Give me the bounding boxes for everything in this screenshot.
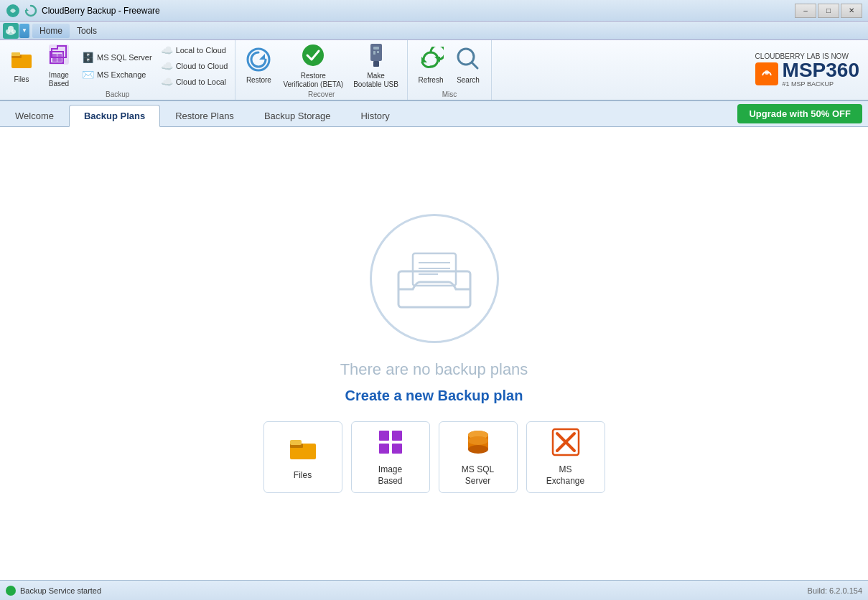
recover-group-label: Recover — [241, 90, 401, 98]
cloudberry-logo-icon — [3, 23, 19, 39]
plan-files-icon — [289, 433, 317, 464]
ribbon-cloud-to-local-button[interactable]: ☁️ Cloud to Local — [158, 75, 231, 89]
ms-sql-label: MS SQL Server — [97, 53, 152, 62]
build-version: Build: 6.2.0.154 — [808, 586, 862, 595]
ms-exchange-icon: ✉️ — [82, 69, 94, 80]
title-bar-controls: – □ ✕ — [795, 4, 862, 18]
svg-point-29 — [765, 70, 769, 75]
maximize-button[interactable]: □ — [818, 4, 839, 18]
plan-card-ms-exchange[interactable]: MSExchange — [526, 421, 605, 493]
plan-exchange-label: MSExchange — [546, 464, 584, 487]
menu-bar: ▼ Home Tools — [0, 22, 868, 40]
svg-rect-37 — [290, 440, 302, 445]
minimize-button[interactable]: – — [795, 4, 816, 18]
plan-card-files[interactable]: Files — [263, 421, 342, 493]
ribbon-files-button[interactable]: Files — [4, 43, 39, 88]
usb-svg — [365, 42, 388, 68]
msp360-brand: MSP360 — [783, 60, 859, 80]
main-content: There are no backup plans Create a new B… — [0, 127, 868, 580]
close-button[interactable]: ✕ — [841, 4, 862, 18]
restore-label: Restore — [246, 76, 271, 85]
local-to-cloud-label: Local to Cloud — [176, 46, 226, 55]
status-indicator — [6, 586, 16, 596]
tab-backup-storage[interactable]: Backup Storage — [249, 105, 346, 126]
plan-sql-icon — [464, 428, 493, 459]
plan-exchange-svg — [551, 428, 580, 456]
cloud-to-cloud-icon: ☁️ — [161, 60, 173, 72]
ribbon-ms-exchange-button[interactable]: ✉️ MS Exchange — [79, 67, 155, 82]
svg-rect-41 — [392, 444, 402, 454]
plan-sql-label: MS SQLServer — [462, 464, 494, 487]
menu-home[interactable]: Home — [32, 24, 70, 38]
cloud-to-local-label: Cloud to Local — [176, 78, 226, 86]
ribbon-cloud-to-cloud-button[interactable]: ☁️ Cloud to Cloud — [158, 59, 231, 73]
upgrade-button[interactable]: Upgrade with 50% OFF — [737, 104, 862, 123]
app-icon — [6, 4, 37, 18]
msp-logo-svg — [758, 65, 775, 83]
refresh-title-icon — [24, 4, 37, 17]
svg-rect-21 — [373, 51, 375, 55]
search-icon — [456, 47, 480, 75]
menu-tools[interactable]: Tools — [70, 24, 104, 38]
ribbon-search-button[interactable]: Search — [451, 43, 485, 88]
svg-rect-13 — [57, 54, 62, 57]
ms-exchange-label: MS Exchange — [97, 70, 146, 79]
menu-dropdown-arrow[interactable]: ▼ — [19, 24, 29, 38]
ribbon-bootable-usb-button[interactable]: MakeBootable USB — [350, 43, 401, 88]
svg-rect-23 — [373, 61, 379, 67]
svg-rect-40 — [379, 444, 389, 454]
ribbon-local-to-cloud-button[interactable]: ☁️ Local to Cloud — [158, 43, 231, 57]
plan-image-svg — [376, 428, 405, 456]
title-bar: CloudBerry Backup - Freeware – □ ✕ — [0, 0, 868, 22]
svg-rect-22 — [377, 51, 379, 53]
svg-rect-15 — [57, 58, 62, 62]
tab-welcome[interactable]: Welcome — [0, 105, 69, 126]
ribbon-refresh-button[interactable]: Refresh — [414, 43, 448, 88]
svg-point-47 — [468, 436, 488, 445]
restore-verify-label: RestoreVerification (BETA) — [283, 72, 343, 89]
plan-folder-svg — [289, 433, 317, 462]
image-based-svg — [47, 43, 70, 66]
svg-rect-9 — [11, 52, 20, 56]
svg-rect-38 — [379, 431, 389, 441]
plan-image-icon — [376, 428, 405, 459]
status-left: Backup Service started — [6, 586, 101, 596]
svg-marker-1 — [26, 8, 29, 11]
status-bar: Backup Service started Build: 6.2.0.154 — [0, 580, 868, 600]
ribbon: Files ImageBased — [0, 40, 868, 101]
tab-history[interactable]: History — [345, 105, 404, 126]
svg-rect-19 — [370, 44, 382, 61]
svg-rect-14 — [52, 58, 57, 62]
ms-sql-icon: 🗄️ — [82, 52, 94, 63]
msp360-tagline: #1 MSP BACKUP — [783, 80, 859, 88]
no-backup-plans-text: There are no backup plans — [340, 360, 528, 379]
plan-sql-svg — [464, 428, 493, 456]
files-label: Files — [14, 75, 29, 84]
restore-verify-icon — [300, 42, 326, 70]
ribbon-restore-button[interactable]: Restore — [241, 43, 276, 88]
misc-group-label: Misc — [414, 90, 485, 98]
msp360-logo-icon — [755, 62, 778, 85]
restore-icon — [246, 47, 271, 75]
svg-rect-20 — [373, 47, 379, 50]
svg-point-44 — [468, 445, 488, 454]
bootable-usb-label: MakeBootable USB — [353, 72, 398, 89]
app-logo-icon — [6, 4, 20, 18]
create-backup-plan-link[interactable]: Create a new Backup plan — [345, 388, 523, 404]
tab-backup-plans[interactable]: Backup Plans — [69, 105, 160, 127]
title-bar-left: CloudBerry Backup - Freeware — [6, 4, 160, 18]
svg-rect-12 — [52, 54, 57, 57]
svg-line-27 — [472, 62, 477, 68]
inbox-svg — [391, 243, 477, 314]
tab-restore-plans[interactable]: Restore Plans — [160, 105, 249, 126]
ribbon-image-based-button[interactable]: ImageBased — [42, 43, 76, 88]
plan-card-ms-sql[interactable]: MS SQLServer — [439, 421, 518, 493]
msp360-logo-row: MSP360 #1 MSP BACKUP — [755, 60, 859, 88]
ribbon-restore-verify-button[interactable]: RestoreVerification (BETA) — [280, 43, 346, 88]
restore-verify-svg — [300, 42, 326, 68]
bootable-usb-icon — [365, 42, 388, 70]
ribbon-ms-sql-button[interactable]: 🗄️ MS SQL Server — [79, 50, 155, 65]
status-message: Backup Service started — [20, 586, 101, 595]
plan-card-image-based[interactable]: ImageBased — [351, 421, 430, 493]
msp360-branding: CLOUDBERRY LAB IS NOW MSP360 #1 MSP BACK… — [747, 40, 868, 100]
